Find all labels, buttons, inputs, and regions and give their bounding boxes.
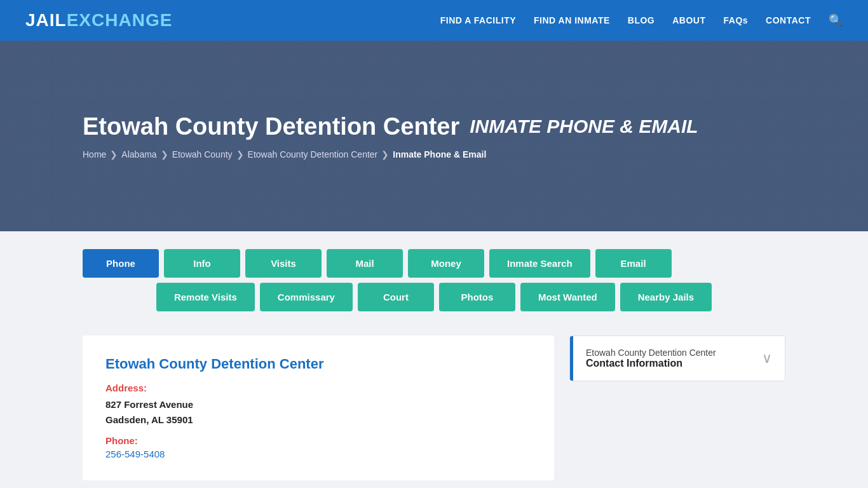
facility-name: Etowah County Detention Center — [105, 356, 531, 372]
phone-link[interactable]: 256-549-5408 — [105, 449, 165, 459]
tab-phone[interactable]: Phone — [83, 249, 159, 278]
breadcrumb: Home ❯ Alabama ❯ Etowah County ❯ Etowah … — [83, 149, 785, 159]
tabs-row-1: Phone Info Visits Mail Money Inmate Sear… — [83, 249, 785, 278]
sidebar-widget: Etowah County Detention Center Contact I… — [569, 336, 785, 381]
logo-jail: JAIL — [25, 10, 67, 30]
breadcrumb-facility[interactable]: Etowah County Detention Center — [248, 149, 378, 159]
hero-content: Etowah County Detention Center INMATE PH… — [83, 113, 785, 159]
breadcrumb-current: Inmate Phone & Email — [393, 149, 486, 159]
tab-nearby-jails[interactable]: Nearby Jails — [620, 283, 712, 311]
tab-info[interactable]: Info — [164, 249, 240, 278]
breadcrumb-sep-3: ❯ — [236, 149, 244, 159]
breadcrumb-sep-4: ❯ — [381, 149, 389, 159]
hero-section: Etowah County Detention Center INMATE PH… — [0, 41, 868, 231]
address-line2: Gadsden, AL 35901 — [105, 412, 531, 428]
tab-visits[interactable]: Visits — [245, 249, 322, 278]
tab-mail[interactable]: Mail — [327, 249, 403, 278]
sidebar-widget-header[interactable]: Etowah County Detention Center Contact I… — [570, 336, 785, 381]
nav-about[interactable]: ABOUT — [672, 15, 705, 25]
sidebar-widget-title-block: Etowah County Detention Center Contact I… — [586, 348, 716, 369]
tab-inmate-search[interactable]: Inmate Search — [489, 249, 590, 278]
tab-email[interactable]: Email — [595, 249, 672, 278]
search-icon[interactable]: 🔍 — [829, 13, 843, 27]
sidebar-section: Contact Information — [586, 358, 716, 369]
hero-subtitle: INMATE PHONE & EMAIL — [470, 116, 698, 137]
phone-label: Phone: — [105, 435, 531, 446]
tabs-row-2: Remote Visits Commissary Court Photos Mo… — [83, 283, 785, 311]
nav-contact[interactable]: CONTACT — [766, 15, 811, 25]
breadcrumb-home[interactable]: Home — [83, 149, 106, 159]
tab-photos[interactable]: Photos — [439, 283, 515, 311]
breadcrumb-alabama[interactable]: Alabama — [121, 149, 156, 159]
main-card: Etowah County Detention Center Address: … — [83, 336, 554, 480]
sidebar-facility: Etowah County Detention Center — [586, 348, 716, 358]
hero-title: Etowah County Detention Center INMATE PH… — [83, 113, 785, 140]
tab-remote-visits[interactable]: Remote Visits — [156, 283, 255, 311]
logo[interactable]: JAIL EXCHANGE — [25, 10, 172, 30]
tabs-area: Phone Info Visits Mail Money Inmate Sear… — [0, 231, 868, 311]
nav-faqs[interactable]: FAQs — [724, 15, 749, 25]
nav-find-facility[interactable]: FIND A FACILITY — [440, 15, 516, 25]
sidebar-card: Etowah County Detention Center Contact I… — [569, 336, 785, 381]
nav-find-inmate[interactable]: FIND AN INMATE — [534, 15, 610, 25]
nav-blog[interactable]: BLOG — [628, 15, 654, 25]
chevron-down-icon[interactable]: ∨ — [762, 348, 772, 369]
breadcrumb-sep-1: ❯ — [110, 149, 118, 159]
content-area: Etowah County Detention Center Address: … — [0, 316, 868, 488]
tab-most-wanted[interactable]: Most Wanted — [520, 283, 615, 311]
tab-money[interactable]: Money — [408, 249, 484, 278]
tab-commissary[interactable]: Commissary — [260, 283, 353, 311]
logo-exchange: EXCHANGE — [67, 10, 173, 30]
hero-facility-name: Etowah County Detention Center — [83, 113, 459, 140]
address-label: Address: — [105, 383, 531, 393]
breadcrumb-county[interactable]: Etowah County — [172, 149, 233, 159]
header: JAIL EXCHANGE FIND A FACILITY FIND AN IN… — [0, 0, 868, 41]
address-line1: 827 Forrest Avenue — [105, 397, 531, 412]
main-nav: FIND A FACILITY FIND AN INMATE BLOG ABOU… — [440, 13, 843, 27]
breadcrumb-sep-2: ❯ — [161, 149, 168, 159]
tab-court[interactable]: Court — [358, 283, 434, 311]
